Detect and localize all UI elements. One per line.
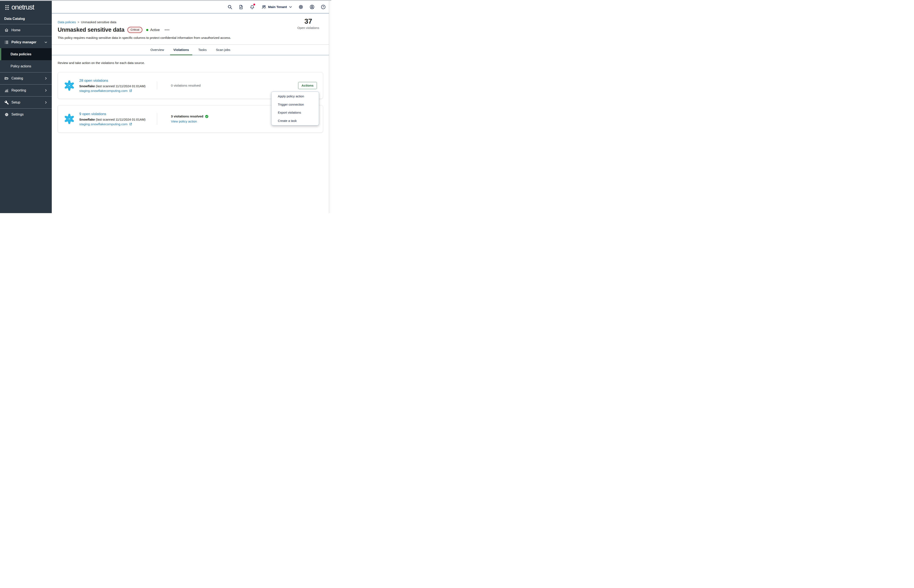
product-label: Data Catalog <box>0 14 52 24</box>
resolved-count-text: 3 violations resolved <box>171 115 203 118</box>
sidebar-item-label: Home <box>11 28 52 32</box>
breadcrumb-separator: > <box>78 21 79 24</box>
chevron-down-icon <box>44 40 47 44</box>
sidebar-item-label: Data policies <box>11 52 52 56</box>
actions-button[interactable]: Actions <box>298 82 317 89</box>
tenant-label: Main Tenant <box>268 5 287 9</box>
actions-dropdown-menu: Apply policy action Trigger connection E… <box>271 92 319 126</box>
notification-badge <box>253 3 255 5</box>
severity-badge: Critical <box>128 27 142 33</box>
sidebar-item-settings[interactable]: Settings <box>0 108 52 120</box>
global-settings-gear-icon[interactable] <box>298 4 304 10</box>
breadcrumb-current: Unmasked sensitive data <box>81 20 116 24</box>
sidebar-item-setup[interactable]: Setup <box>0 97 52 108</box>
menu-item-apply-policy-action[interactable]: Apply policy action <box>272 92 319 100</box>
open-violations-label: Open violations <box>297 26 319 29</box>
main-content: Data policies > Unmasked sensitive data … <box>52 14 329 213</box>
policy-manager-list-icon <box>4 40 9 45</box>
window-top-edge <box>0 0 331 1</box>
sidebar-item-label: Settings <box>11 113 52 116</box>
card-divider <box>157 113 157 125</box>
status-indicator: Active <box>146 28 160 32</box>
tab-overview[interactable]: Overview <box>150 45 164 55</box>
data-source-line: Snowflake (last scanned 11/11/2024 01:01… <box>79 118 146 121</box>
search-icon[interactable] <box>227 4 233 10</box>
onetrust-logo[interactable]: onetrust <box>0 1 52 14</box>
data-source-url-link[interactable]: staging.snowflakecomputing.com <box>79 122 128 126</box>
view-policy-action-link[interactable]: View policy action <box>171 120 197 123</box>
page-header: Data policies > Unmasked sensitive data … <box>52 14 329 39</box>
violations-intro: Review and take action on the violations… <box>58 61 329 65</box>
logo-text: onetrust <box>11 3 34 11</box>
settings-gear-icon <box>4 112 9 117</box>
open-violations-count: 37 <box>297 17 319 25</box>
last-scanned-note: (last scanned 11/11/2024 01:01AM) <box>96 118 146 121</box>
sidebar-item-label: Reporting <box>11 89 42 92</box>
chevron-right-icon <box>44 89 47 92</box>
home-icon <box>4 28 9 32</box>
policy-description: This policy requires masking sensitive d… <box>58 36 329 39</box>
open-violations-stat: 37 Open violations <box>297 17 319 29</box>
status-label: Active <box>150 28 160 32</box>
snowflake-logo-icon <box>64 113 75 124</box>
sidebar-item-home[interactable]: Home <box>0 24 52 36</box>
reporting-chart-icon <box>4 88 9 93</box>
sidebar-item-reporting[interactable]: Reporting <box>0 84 52 96</box>
data-source-name: Snowflake <box>79 84 95 88</box>
chevron-right-icon <box>44 77 47 80</box>
catalog-folder-icon <box>4 76 9 81</box>
selected-indicator <box>0 48 1 60</box>
resolved-count-text: 0 violations resolved <box>171 84 201 87</box>
sidebar-item-label: Catalog <box>11 76 42 80</box>
sidebar-item-label: Setup <box>11 100 42 104</box>
tab-scan-jobs[interactable]: Scan jobs <box>216 45 230 55</box>
more-options-button[interactable] <box>164 28 170 32</box>
last-scanned-note: (last scanned 11/11/2024 01:01AM) <box>96 84 146 88</box>
chevron-down-icon <box>289 5 293 9</box>
tab-tasks[interactable]: Tasks <box>198 45 207 55</box>
scrollbar[interactable] <box>329 1 331 213</box>
active-dot-icon <box>146 29 148 31</box>
account-icon[interactable] <box>309 4 315 10</box>
open-violations-link[interactable]: 28 open violations <box>79 79 108 83</box>
snowflake-logo-icon <box>64 80 75 91</box>
data-source-name: Snowflake <box>79 118 95 121</box>
sidebar-item-label: Policy manager <box>11 40 42 44</box>
tab-bar: Overview Violations Tasks Scan jobs <box>52 45 329 55</box>
setup-wrench-icon <box>4 100 9 105</box>
tenant-selector[interactable]: Main Tenant <box>261 5 293 10</box>
external-link-icon <box>129 89 132 92</box>
sidebar-item-data-policies[interactable]: Data policies <box>0 48 52 60</box>
sidebar-item-catalog[interactable]: Catalog <box>0 73 52 84</box>
sidebar-item-policy-manager[interactable]: Policy manager <box>0 36 52 48</box>
menu-item-export-violations[interactable]: Export violations <box>272 108 319 117</box>
open-violations-link[interactable]: 9 open violations <box>79 112 106 116</box>
resolved-check-icon <box>205 115 209 118</box>
sidebar-item-label: Policy actions <box>11 65 52 68</box>
sidebar: onetrust Data Catalog Home Policy manage… <box>0 1 52 213</box>
sidebar-item-policy-actions[interactable]: Policy actions <box>0 60 52 72</box>
notifications-bell-icon[interactable] <box>249 4 255 10</box>
page-title: Unmasked sensitive data <box>58 27 125 33</box>
svg-text:?: ? <box>322 5 324 8</box>
breadcrumb-data-policies-link[interactable]: Data policies <box>58 20 76 24</box>
onetrust-grid-icon <box>5 5 9 10</box>
menu-item-create-a-task[interactable]: Create a task <box>272 116 319 125</box>
topbar: Main Tenant ? <box>52 1 329 13</box>
data-source-url-link[interactable]: staging.snowflakecomputing.com <box>79 89 128 93</box>
tab-violations[interactable]: Violations <box>173 45 189 55</box>
breadcrumb: Data policies > Unmasked sensitive data <box>58 20 329 24</box>
tenant-people-icon <box>261 5 267 10</box>
chevron-right-icon <box>44 101 47 104</box>
menu-item-trigger-connection[interactable]: Trigger connection <box>272 100 319 108</box>
help-icon[interactable]: ? <box>320 4 326 10</box>
tasks-document-icon[interactable] <box>238 4 244 10</box>
external-link-icon <box>129 123 132 126</box>
data-source-line: Snowflake (last scanned 11/11/2024 01:01… <box>79 84 146 88</box>
card-divider <box>157 82 157 90</box>
